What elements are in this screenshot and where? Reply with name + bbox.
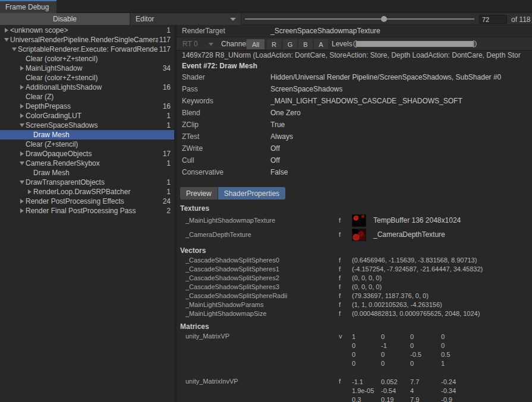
property-label: Shader	[182, 73, 270, 81]
tree-row[interactable]: <unknown scope>1	[0, 26, 174, 35]
vector-type: f	[339, 292, 352, 299]
levels-max-handle[interactable]	[473, 40, 477, 48]
tree-row-label: Camera.RenderSkybox	[26, 159, 165, 168]
tree-row-count: 16	[162, 102, 174, 111]
vector-row: _CascadeShadowSplitSpheres1f(-4.157254, …	[177, 264, 532, 273]
channel-button-b[interactable]: B	[298, 39, 313, 49]
tree-row[interactable]: DrawTransparentObjects1	[0, 178, 174, 187]
texture-row: _MainLightShadowmapTexturefTempBuffer 13…	[177, 213, 532, 227]
tree-row-label: <unknown scope>	[10, 26, 165, 35]
tree-row[interactable]: Clear (color+Z+stencil)	[0, 54, 174, 64]
rt-index-dropdown[interactable]: RT 0	[180, 39, 217, 49]
foldout-collapsed-icon[interactable]	[18, 151, 26, 156]
property-row: ZWriteOff	[177, 143, 532, 154]
property-row: ZClipTrue	[177, 119, 532, 131]
property-label: Blend	[182, 109, 270, 117]
tab-shaderproperties[interactable]: ShaderProperties	[218, 187, 285, 200]
property-value: _MAIN_LIGHT_SHADOWS_CASCADE _SHADOWS_SOF…	[270, 97, 462, 105]
tree-row-label: AdditionalLightsShadow	[26, 83, 162, 92]
matrix-cell: 0.3	[352, 395, 381, 402]
tree-row[interactable]: Clear (Z)	[0, 92, 174, 102]
foldout-collapsed-icon[interactable]	[2, 28, 10, 33]
channel-button-a[interactable]: A	[314, 39, 328, 49]
frame-number-input[interactable]: 72	[479, 15, 507, 24]
tree-row-label: Draw Mesh	[33, 168, 169, 178]
shadowmap-thumbnail[interactable]	[352, 214, 366, 227]
foldout-expanded-icon[interactable]	[18, 162, 26, 165]
foldout-collapsed-icon[interactable]	[18, 66, 26, 71]
channel-button-g[interactable]: G	[283, 39, 297, 49]
property-value: One Zero	[270, 109, 301, 117]
render-target-value: _ScreenSpaceShadowmapTexture	[270, 27, 380, 35]
foldout-collapsed-icon[interactable]	[18, 199, 26, 204]
tree-row[interactable]: UniversalRenderPipeline.RenderSingleCame…	[0, 35, 174, 45]
levels-minmax-slider[interactable]	[353, 40, 477, 48]
tab-preview[interactable]: Preview	[180, 187, 218, 200]
property-row: BlendOne Zero	[177, 107, 532, 119]
foldout-collapsed-icon[interactable]	[18, 85, 26, 90]
tree-row[interactable]: Render Final PostProcessing Pass2	[0, 206, 174, 216]
foldout-expanded-icon[interactable]	[2, 38, 10, 42]
tree-row-label: MainLightShadow	[26, 64, 162, 73]
foldout-collapsed-icon[interactable]	[18, 104, 26, 109]
matrix-cell: 0.052	[381, 378, 410, 387]
matrix-values: 10000-10000-0.50.50001	[352, 333, 477, 368]
frame-slider[interactable]	[245, 13, 474, 25]
frame-slider-rail	[245, 18, 474, 20]
main-content: <unknown scope>1UniversalRenderPipeline.…	[0, 25, 532, 402]
tree-row-count: 1	[165, 178, 174, 187]
levels-min-handle[interactable]	[353, 40, 357, 48]
frame-total-label: of 118	[511, 15, 530, 24]
vector-value: (0, 0, 0, 0)	[352, 283, 382, 290]
depth-thumbnail[interactable]	[352, 229, 366, 241]
tree-row[interactable]: Draw Mesh	[0, 130, 174, 140]
channel-button-r[interactable]: R	[267, 39, 281, 49]
tree-row[interactable]: DrawOpaqueObjects17	[0, 149, 174, 159]
foldout-collapsed-icon[interactable]	[18, 208, 26, 213]
foldout-expanded-icon[interactable]	[18, 181, 26, 184]
matrix-row: unity_MatrixVPv10000-10000-0.50.50001	[177, 333, 532, 368]
tree-row[interactable]: Clear (Z+stencil)	[0, 140, 174, 149]
texture-name: _CameraDepthTexture	[185, 231, 339, 238]
tree-row[interactable]: DepthPrepass16	[0, 102, 174, 111]
matrix-cell: 0.5	[441, 350, 477, 359]
levels-fill	[356, 41, 474, 47]
matrix-cell: 0	[352, 359, 381, 368]
tree-row[interactable]: RenderLoop.DrawSRPBatcher1	[0, 187, 174, 197]
tab-frame-debug[interactable]: Frame Debug	[0, 0, 56, 13]
foldout-expanded-icon[interactable]	[18, 124, 26, 127]
foldout-collapsed-icon[interactable]	[18, 113, 26, 118]
vector-type: f	[339, 257, 352, 264]
tree-row-label: ScriptableRenderer.Execute: ForwardRende	[18, 45, 158, 54]
tree-row[interactable]: ScreenSpaceShadows1	[0, 121, 174, 130]
tree-row[interactable]: Draw Mesh	[0, 168, 174, 178]
tree-row[interactable]: MainLightShadow34	[0, 64, 174, 73]
matrix-cell: 1	[352, 333, 381, 341]
vector-value: (0, 0, 0, 0)	[352, 274, 382, 281]
section-title-matrices: Matrices	[177, 322, 532, 331]
frame-slider-handle[interactable]	[381, 16, 387, 22]
tree-row[interactable]: ScriptableRenderer.Execute: ForwardRende…	[0, 45, 174, 54]
vectors-section: _CascadeShadowSplitSpheres0f(0.6456946, …	[177, 255, 532, 318]
tree-row[interactable]: Clear (color+Z+stencil)	[0, 73, 174, 83]
tree-row[interactable]: AdditionalLightsShadow16	[0, 83, 174, 92]
render-target-format: 1469x728 R8_UNorm (LoadAction: DontCare,…	[177, 50, 532, 61]
vector-name: _CascadeShadowSplitSpheres1	[185, 265, 339, 273]
texture-value: TempBuffer 136 2048x1024	[373, 216, 461, 224]
matrix-cell: 0	[352, 350, 381, 359]
matrix-cell: -0.5	[410, 350, 441, 359]
tree-row-label: DrawOpaqueObjects	[26, 149, 162, 159]
property-value: Off	[270, 156, 280, 164]
property-row: ConservativeFalse	[177, 166, 532, 178]
tree-row[interactable]: ColorGradingLUT1	[0, 111, 174, 121]
tree-row-count: 1	[165, 121, 174, 130]
vector-name: _CascadeShadowSplitSphereRadii	[185, 292, 339, 299]
channel-button-all[interactable]: All	[247, 39, 265, 49]
vector-name: _CascadeShadowSplitSpheres0	[185, 257, 339, 264]
tree-row[interactable]: Camera.RenderSkybox1	[0, 159, 174, 168]
foldout-expanded-icon[interactable]	[10, 48, 18, 51]
target-dropdown[interactable]: Editor	[131, 13, 241, 25]
foldout-collapsed-icon[interactable]	[26, 189, 33, 194]
tree-row[interactable]: Render PostProcessing Effects24	[0, 197, 174, 206]
disable-button[interactable]: Disable	[0, 13, 130, 25]
